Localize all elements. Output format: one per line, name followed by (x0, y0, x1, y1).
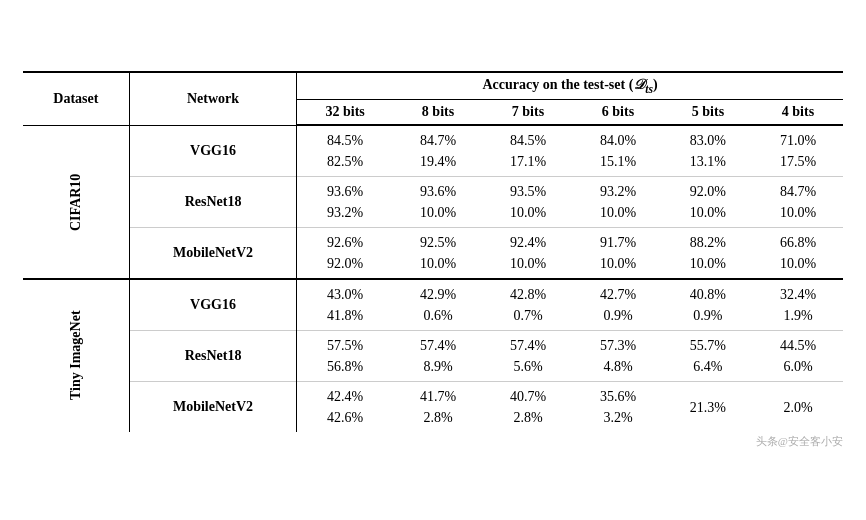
value-cell: 91.7%10.0% (573, 228, 663, 280)
value-cell: 93.2%10.0% (573, 177, 663, 228)
dataset-cell: CIFAR10 (23, 125, 129, 279)
value-cell: 55.7%6.4% (663, 331, 753, 382)
network-header: Network (129, 72, 296, 126)
data-row: CIFAR10VGG1684.5%82.5%84.7%19.4%84.5%17.… (23, 125, 843, 177)
value-cell: 84.7%19.4% (393, 125, 483, 177)
network-cell: ResNet18 (129, 331, 296, 382)
data-row: Tiny ImageNetVGG1643.0%41.8%42.9%0.6%42.… (23, 279, 843, 331)
value-cell: 93.6%10.0% (393, 177, 483, 228)
table-wrapper: Dataset Network Accuracy on the test-set… (23, 71, 843, 450)
data-row: MobileNetV242.4%42.6%41.7%2.8%40.7%2.8%3… (23, 382, 843, 433)
value-cell: 43.0%41.8% (297, 279, 393, 331)
value-cell: 40.8%0.9% (663, 279, 753, 331)
value-cell: 66.8%10.0% (753, 228, 843, 280)
value-cell: 57.4%5.6% (483, 331, 573, 382)
network-cell: VGG16 (129, 125, 296, 177)
accuracy-table: Dataset Network Accuracy on the test-set… (23, 71, 843, 433)
value-cell: 35.6%3.2% (573, 382, 663, 433)
bits-6: 6 bits (573, 100, 663, 126)
value-cell: 2.0% (753, 382, 843, 433)
accuracy-header: Accuracy on the test-set (𝒟ts) (297, 72, 843, 100)
network-cell: ResNet18 (129, 177, 296, 228)
value-cell: 42.8%0.7% (483, 279, 573, 331)
bits-7: 7 bits (483, 100, 573, 126)
value-cell: 44.5%6.0% (753, 331, 843, 382)
bits-8: 8 bits (393, 100, 483, 126)
value-cell: 88.2%10.0% (663, 228, 753, 280)
data-row: MobileNetV292.6%92.0%92.5%10.0%92.4%10.0… (23, 228, 843, 280)
network-cell: MobileNetV2 (129, 228, 296, 280)
value-cell: 57.4%8.9% (393, 331, 483, 382)
value-cell: 93.5%10.0% (483, 177, 573, 228)
network-cell: VGG16 (129, 279, 296, 331)
data-row: ResNet1893.6%93.2%93.6%10.0%93.5%10.0%93… (23, 177, 843, 228)
data-row: ResNet1857.5%56.8%57.4%8.9%57.4%5.6%57.3… (23, 331, 843, 382)
value-cell: 40.7%2.8% (483, 382, 573, 433)
value-cell: 92.6%92.0% (297, 228, 393, 280)
bits-4: 4 bits (753, 100, 843, 126)
value-cell: 57.5%56.8% (297, 331, 393, 382)
value-cell: 21.3% (663, 382, 753, 433)
value-cell: 42.9%0.6% (393, 279, 483, 331)
value-cell: 84.0%15.1% (573, 125, 663, 177)
value-cell: 92.4%10.0% (483, 228, 573, 280)
value-cell: 92.5%10.0% (393, 228, 483, 280)
value-cell: 84.5%17.1% (483, 125, 573, 177)
value-cell: 84.7%10.0% (753, 177, 843, 228)
accuracy-text: Accuracy on the test-set (482, 77, 625, 92)
network-cell: MobileNetV2 (129, 382, 296, 433)
table-body: CIFAR10VGG1684.5%82.5%84.7%19.4%84.5%17.… (23, 125, 843, 432)
value-cell: 83.0%13.1% (663, 125, 753, 177)
dataset-header: Dataset (23, 72, 129, 126)
value-cell: 42.7%0.9% (573, 279, 663, 331)
accuracy-sub: 𝒟ts (633, 77, 653, 92)
value-cell: 57.3%4.8% (573, 331, 663, 382)
dataset-cell: Tiny ImageNet (23, 279, 129, 432)
value-cell: 32.4%1.9% (753, 279, 843, 331)
value-cell: 93.6%93.2% (297, 177, 393, 228)
value-cell: 84.5%82.5% (297, 125, 393, 177)
value-cell: 41.7%2.8% (393, 382, 483, 433)
watermark: 头条@安全客小安 (23, 434, 843, 449)
header-row-1: Dataset Network Accuracy on the test-set… (23, 72, 843, 100)
value-cell: 71.0%17.5% (753, 125, 843, 177)
value-cell: 92.0%10.0% (663, 177, 753, 228)
bits-32: 32 bits (297, 100, 393, 126)
bits-5: 5 bits (663, 100, 753, 126)
value-cell: 42.4%42.6% (297, 382, 393, 433)
